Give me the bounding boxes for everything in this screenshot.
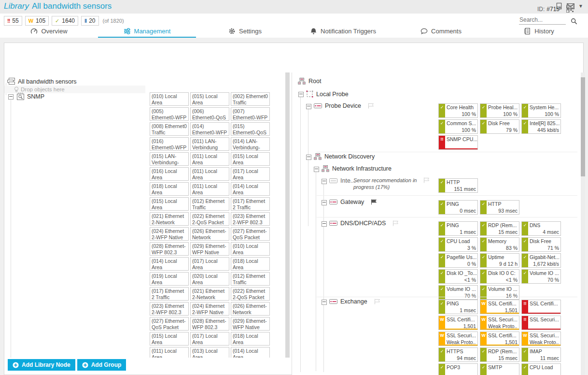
sensor-tile[interactable]: ✓HTTP93 msec <box>480 200 519 215</box>
ok-count-badge[interactable]: ✓1640 <box>52 16 78 26</box>
tab-notification-triggers[interactable]: Notification Triggers <box>294 24 392 38</box>
qr-code-icon[interactable] <box>566 5 574 13</box>
sensor-tile[interactable]: ✓Intel[R] 825...445 kbit/s <box>521 119 561 134</box>
library-sensor-tile[interactable]: (011) Local Area <box>190 152 229 166</box>
sensor-tile[interactable]: ✓RDP (Rem...15 msec <box>480 347 519 362</box>
library-sensor-tile[interactable]: (024) Ethernet 2-WFP Native <box>190 302 229 316</box>
library-sensor-tile[interactable]: (027) Ethernet-QoS Packet <box>150 317 189 331</box>
library-root-node[interactable]: All bandwidth sensors <box>7 78 77 85</box>
tree-node-root[interactable]: Root <box>298 78 321 85</box>
sensor-tile[interactable]: ✓Disk IO _To...<1 % <box>438 269 478 284</box>
library-sensor-tile[interactable]: (014) Local Area <box>231 347 270 358</box>
sensor-tile[interactable]: ✓Disk Free71 % <box>521 237 561 252</box>
library-sensor-tile[interactable]: (010) Local Area <box>150 92 189 106</box>
tree-expander[interactable] <box>306 104 311 109</box>
search-input[interactable] <box>519 15 566 25</box>
tree-expander[interactable] <box>322 179 327 184</box>
library-sensor-tile[interactable]: (013) Local Area <box>190 347 229 358</box>
library-sensor-tile[interactable]: (011) Local Area <box>190 182 229 196</box>
library-sensor-tile[interactable]: (007) Ethernet0-WFP 802.3 <box>231 107 270 121</box>
library-sensor-tile[interactable]: (015) Ethernet0-QoS Packet <box>231 122 270 136</box>
flag-outline-icon[interactable] <box>374 299 381 304</box>
library-sensor-tile[interactable]: (016) Local Area <box>150 167 189 181</box>
sensor-tile[interactable]: ✓CPU Load <box>521 363 561 375</box>
tab-comments[interactable]: Comments <box>392 24 490 38</box>
tree-node-gateway[interactable]: Gateway <box>329 199 378 205</box>
tab-settings[interactable]: Settings <box>196 24 294 38</box>
library-sensor-tile[interactable]: (029) Ethernet-WFP Native <box>190 242 229 256</box>
flag-outline-icon[interactable] <box>423 177 430 183</box>
sensor-tile[interactable]: !!SSL Securi... <box>521 316 561 330</box>
tree-expander[interactable] <box>306 155 311 160</box>
sensor-tile[interactable]: WSSL Securi...Weak Proto... <box>480 316 519 330</box>
library-sensor-tile[interactable]: (008) Ethernet0 Traffic <box>150 122 189 136</box>
tree-node-internet[interactable]: Inte... <box>329 177 355 184</box>
sensor-tile[interactable]: ✓Pagefile Us...0 % <box>438 253 478 268</box>
tree-expander[interactable] <box>322 221 327 227</box>
library-sensor-tile[interactable]: (005) Ethernet0-WFP Native <box>150 107 189 121</box>
library-sensor-tile[interactable]: (027) Ethernet-QoS Packet <box>231 227 270 241</box>
sensor-tile[interactable]: ✓Memory83 % <box>480 237 519 252</box>
left-scrollbar[interactable] <box>285 72 290 358</box>
library-sensor-tile[interactable]: (023) Ethernet 2-WFP 802.3 <box>150 302 189 316</box>
library-sensor-tile[interactable]: (022) Ethernet 2-QoS Packet <box>231 287 270 301</box>
library-sensor-tile[interactable]: (015) Local Area <box>231 152 270 166</box>
library-sensor-tile[interactable]: (028) Ethernet-WFP 802.3 <box>190 317 229 331</box>
sensor-tile[interactable]: ✓HTTPS94 msec <box>438 347 478 362</box>
search-icon[interactable] <box>571 18 577 25</box>
library-sensor-tile[interactable]: (024) Ethernet 2-WFP Native <box>150 227 189 241</box>
dropdown-caret-icon[interactable]: ▼ <box>578 4 583 9</box>
flag-outline-icon[interactable] <box>392 220 399 226</box>
sensor-tile[interactable]: WSSL Certifi...1,501 <box>480 300 519 314</box>
sensor-tile[interactable]: WSSL Certifi...1,501 <box>480 332 519 346</box>
tab-history[interactable]: History <box>490 24 588 38</box>
add-group-button[interactable]: Add Group <box>77 359 126 371</box>
library-sensor-tile[interactable]: (014) Local Area <box>231 182 270 196</box>
flag-filled-icon[interactable] <box>371 199 378 205</box>
sensor-tile[interactable]: ✓IMAP11 msec <box>521 347 561 362</box>
sensor-tile[interactable]: ✓Disk Free79 % <box>480 119 519 134</box>
library-sensor-tile[interactable]: (017) Ethernet 2 Traffic <box>231 197 270 211</box>
sensor-tile[interactable]: ✓Probe Heal...100 % <box>480 103 519 118</box>
sensor-tile[interactable]: ✓Volume IO ...70 % <box>521 269 561 284</box>
library-sensor-tile[interactable]: (017) Local Area <box>190 332 229 346</box>
sensor-tile[interactable]: !!SNMP CPU... <box>438 135 478 150</box>
sensor-tile[interactable]: ✓Uptime9 d 12 h <box>480 253 519 268</box>
sensor-tile[interactable]: ✓PING1 msec <box>438 221 478 236</box>
library-sensor-tile[interactable]: (015) LAN-Verbindung- <box>150 152 189 166</box>
sensor-tile[interactable]: ✓Gigabit-Net...1,672 kbit/s <box>521 253 561 268</box>
library-sensor-tile[interactable]: (010) Local Area <box>231 242 270 256</box>
sensor-tile[interactable]: WSSL Certifi...1,501 <box>438 316 478 330</box>
library-sensor-tile[interactable]: (022) Ethernet 2-QoS Packet <box>190 212 229 226</box>
sensor-tile[interactable]: ✓RDP (Rem...15 msec <box>480 221 519 236</box>
add-library-node-button[interactable]: Add Library Node <box>8 359 75 371</box>
warning-count-badge[interactable]: W105 <box>25 16 49 26</box>
library-sensor-tile[interactable]: (021) Ethernet 2-Network <box>150 212 189 226</box>
tree-node-network-infrastructure[interactable]: Network Infrastructure <box>322 165 392 172</box>
library-sensor-tile[interactable]: (017) Ethernet 2 Traffic <box>150 287 189 301</box>
library-sensor-tile[interactable]: (014) LAN-Verbindung-QoS <box>231 137 270 151</box>
flag-outline-icon[interactable] <box>368 103 375 109</box>
tree-node-dns-dhcp-ads[interactable]: DNS/DHCP/ADS <box>329 220 399 227</box>
sensor-tile[interactable]: ✓SMTP <box>480 363 519 375</box>
library-sensor-tile[interactable]: (018) Local Area <box>231 257 270 271</box>
library-sensor-tile[interactable]: (019) Local Area <box>150 272 189 286</box>
library-sensor-tile[interactable]: (017) Local Area <box>231 167 270 181</box>
library-sensor-tile[interactable]: (015) Local Area <box>190 92 229 106</box>
library-sensor-tile[interactable]: (012) Ethernet Traffic <box>190 197 229 211</box>
tree-node-probe-device[interactable]: Probe Device <box>314 102 375 109</box>
sensor-tile[interactable]: ✓DNS4 msec <box>521 221 561 236</box>
library-sensor-tile[interactable]: (020) Local Area <box>190 272 229 286</box>
sensor-tile[interactable]: ✓System He...100 % <box>521 103 561 118</box>
library-sensor-tile[interactable]: (028) Ethernet-WFP 802.3 <box>150 242 189 256</box>
library-sensor-tile[interactable]: (021) Ethernet 2-Network <box>190 287 229 301</box>
library-sensor-tile[interactable]: (006) Ethernet0-QoS Packet <box>190 107 229 121</box>
right-scrollbar-thumb[interactable] <box>581 77 585 176</box>
tree-expander[interactable] <box>322 200 327 205</box>
tree-node-local-probe[interactable]: Local Probe <box>306 90 349 98</box>
library-sensor-tile[interactable]: (002) Ethernet0 Traffic <box>231 92 270 106</box>
library-sensor-tile[interactable]: (011) Local Area <box>150 347 189 358</box>
tree-node-exchange[interactable]: Exchange <box>329 298 381 305</box>
tree-expander[interactable] <box>322 300 327 305</box>
sensor-tile[interactable]: ✓HTTP151 msec <box>438 178 478 193</box>
